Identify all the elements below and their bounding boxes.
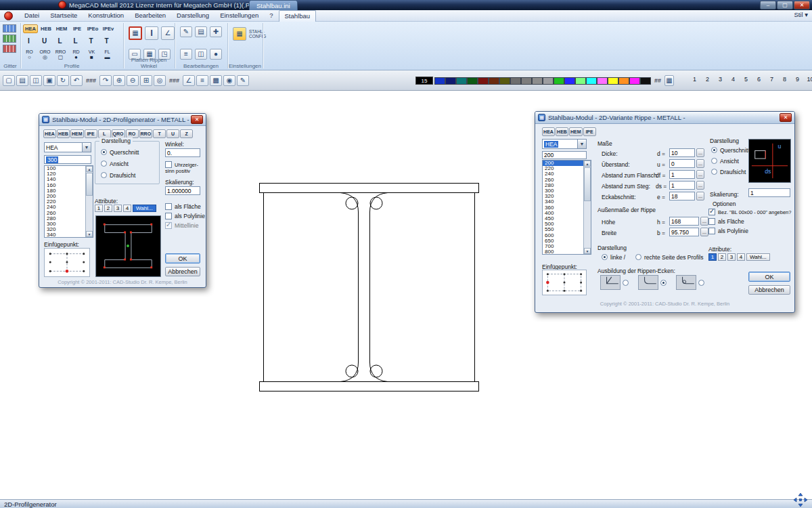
checkbox-icon[interactable] [165,161,172,168]
pen-number-button[interactable]: 2 [702,75,713,84]
profile-shape-button[interactable]: L [70,35,81,47]
pen-number-button[interactable]: 5 [740,75,752,84]
radio-ansicht[interactable]: Ansicht [101,161,129,167]
rippen-icon[interactable]: I [145,26,158,40]
attribute-1-button[interactable]: 1 [95,205,103,212]
color-swatch[interactable] [434,77,445,85]
profile-button[interactable]: U [166,129,179,138]
ecke-option-2[interactable] [638,275,669,290]
dialog-close-icon[interactable]: ✕ [191,115,203,124]
radio-querschnitt[interactable]: Querschnitt [101,149,139,156]
scroll-up-icon[interactable]: ▲ [86,166,93,172]
color-swatch[interactable] [467,77,478,85]
ok-button[interactable]: OK [748,272,790,282]
pen-number-button[interactable]: 10 [805,75,812,84]
color-swatch[interactable] [532,77,543,85]
cancel-button[interactable]: Abbrechen [748,285,790,295]
winkel-input[interactable]: 0. [165,148,200,157]
selected-insert-point[interactable] [66,270,69,273]
gitter-icon-3[interactable] [3,45,16,53]
pen-number-button[interactable]: 3 [715,75,726,84]
profile-shape-button[interactable]: L [54,35,66,47]
color-swatch[interactable] [489,77,499,85]
hoehe-browse-button[interactable]: ... [700,217,708,226]
color-swatch[interactable] [564,77,575,85]
stahl-config-icon[interactable]: ▦ [233,27,246,41]
radio-linke-seite[interactable]: linke / [602,254,625,261]
dicke-browse-button[interactable]: ... [696,148,704,157]
radio-draufsicht[interactable]: Draufsicht [711,169,746,175]
scroll-down-icon[interactable]: ▼ [584,248,591,254]
bezeichnung-checkbox[interactable]: Bez. "BL 00x00 - 000" angeben? [708,209,791,215]
checkbox-icon[interactable] [165,203,172,210]
attribute-3-button[interactable]: 3 [727,253,736,261]
scroll-thumb[interactable] [86,173,93,196]
pen-number-button[interactable]: 6 [753,75,765,84]
radio-icon[interactable] [660,280,667,286]
size-filter-input[interactable]: 300 [44,155,91,164]
color-swatch[interactable] [554,77,564,85]
snap-icon[interactable]: ◉ [223,75,235,86]
size-list-scrollbar[interactable]: ▲ ▼ [583,161,591,254]
color-swatch[interactable] [521,77,532,85]
zoom-in-icon[interactable]: ⊕ [113,75,125,86]
scroll-down-icon[interactable]: ▼ [86,231,93,237]
eckabschnitt-input[interactable]: 18 [669,192,695,200]
scroll-thumb[interactable] [584,167,591,201]
wahl-button[interactable]: Wahl... [133,205,156,212]
dialog-close-icon[interactable]: ✕ [780,113,792,122]
ok-button[interactable]: OK [165,253,200,263]
color-swatch[interactable] [499,77,510,85]
checkbox-icon[interactable] [708,209,715,215]
hoehe-input[interactable]: 168 [669,217,699,226]
menu-tab[interactable]: Stahlbau [279,10,317,22]
profile-button[interactable]: HEA [542,127,555,136]
breite-input[interactable]: 95.750 [669,228,699,236]
dialog-titlebar[interactable]: ▦ Stahlbau-Modul - 2D-Variante Rippe - M… [535,112,794,124]
cancel-button[interactable]: Abbrechen [165,267,200,276]
color-swatch[interactable] [586,77,597,85]
menu-tab[interactable]: Bearbeiten [129,10,171,22]
uhrzeigersinn-checkbox[interactable]: Uhrzeiger-sinn positiv [165,161,203,174]
skalierung-input[interactable]: 1.000000 [165,186,200,195]
zoom-fit-icon[interactable]: ◎ [154,75,166,86]
radio-icon[interactable] [635,254,641,260]
document-tab[interactable]: Stahlbau.ini [249,0,298,10]
radio-ansicht[interactable]: Ansicht [711,158,739,165]
platten-icon[interactable]: ▦ [129,26,142,40]
abstand-flansch-input[interactable]: 1 [669,170,695,179]
abstand-flansch-browse-button[interactable]: ... [696,170,704,179]
edit-icon[interactable]: ✎ [180,26,192,37]
profile-ro-button[interactable]: RO○ [23,49,36,60]
attributes-icon[interactable]: ▤ [195,26,207,37]
size-value-input[interactable]: 200 [542,151,587,159]
color-swatch[interactable] [629,77,640,85]
profile-button[interactable]: HEB [57,129,70,138]
profile-button[interactable]: IPE [85,129,97,138]
profile-button[interactable]: IPE [583,127,596,136]
print-icon[interactable]: ▣ [43,75,55,86]
checkbox-icon[interactable] [165,213,172,219]
abstand-steg-input[interactable]: 1 [669,181,695,190]
profile-rd-button[interactable]: RD● [70,49,83,60]
hatch-toggle[interactable]: ## [652,77,663,84]
radio-icon[interactable] [711,169,717,175]
pen-number-button[interactable]: 9 [792,75,803,84]
als-polylinie-checkbox[interactable]: als Polylinie [708,228,748,234]
pen-number-button[interactable]: 7 [766,75,777,84]
pen-number-button[interactable]: 1 [689,75,700,84]
profile-shape-button[interactable]: U [39,35,50,47]
als-flaeche-checkbox[interactable]: als Fläche [165,203,201,210]
checkbox-icon[interactable] [708,228,715,234]
scroll-up-icon[interactable]: ▲ [584,161,591,167]
pan-move-icon[interactable] [793,492,808,507]
radio-icon[interactable] [101,161,107,167]
save-icon[interactable]: ◫ [30,75,42,86]
profile-type-button[interactable]: HEM [54,24,69,33]
chevron-down-icon[interactable]: ▼ [577,140,586,148]
profile-select[interactable]: HEA ▼ [44,142,91,152]
profile-shape-button[interactable]: T [85,35,97,47]
attribute-4-button[interactable]: 4 [737,253,745,261]
radio-icon[interactable] [101,172,107,178]
attribute-3-button[interactable]: 3 [114,205,122,212]
